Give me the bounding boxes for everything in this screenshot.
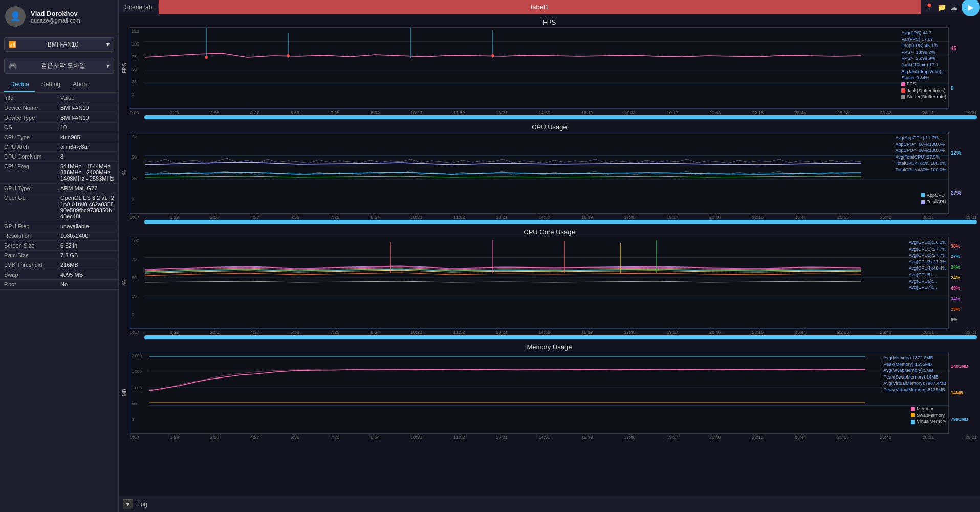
info-val: 7,3 GB [60,252,114,258]
x-tick-label: 17:48 [624,435,636,440]
info-val: 541MHz - 1844MHz816MHz - 2400MHz1498MHz … [60,163,114,182]
user-name: Vlad Dorokhov [31,10,80,17]
fps-chart-container: FPS 125 100 75 50 25 0 [122,27,977,109]
x-tick-label: 8:54 [371,330,380,335]
tabs-row: Device Setting About [0,78,118,93]
fps-ytick-25: 25 [132,79,144,84]
x-tick-label: 0:00 [130,330,139,335]
location-icon[interactable]: 📍 [925,3,933,11]
fps-legend-fps: FPS [907,81,916,87]
cpucore-val-27a: 27% [951,254,975,259]
memory-svg [149,352,948,423]
x-tick-label: 10:23 [411,215,423,220]
cpu-core-chart-container: % 100 75 50 25 0 [122,237,977,329]
mem-legend-swap: SwapMemory [917,412,945,419]
info-table-row: CPU Typekirin985 [0,132,118,142]
scene-tab-label: SceneTab [119,4,159,11]
svg-point-9 [287,54,290,57]
cpu-usage-chart-inner: 75 50 25 0 [130,132,949,214]
x-tick-label: 13:21 [496,435,508,440]
info-table-row: Device TypeBMH-AN10 [0,113,118,123]
x-tick-label: 13:21 [496,330,508,335]
play-button[interactable]: ▶ [962,0,980,16]
x-tick-label: 28:11 [923,435,934,440]
fps-legend-jank: Jank(Stutter times) [907,87,946,94]
cpu-scrollbar[interactable] [144,220,977,224]
cpu-ytick-75: 75 [132,133,144,139]
file-icon[interactable]: 📁 [938,3,946,11]
x-tick-label: 11:52 [453,215,465,220]
cpu-usage-legend: AppCPU TotalCPU [921,192,946,205]
info-table-row: CPU Freq541MHz - 1844MHz816MHz - 2400MHz… [0,162,118,184]
fps-ytick-125: 125 [132,29,144,34]
user-profile: 👤 Vlad Dorokhov qusaze@gmail.com [0,0,118,33]
info-table-row: GPU Frequnavailable [0,221,118,231]
x-tick-label: 25:13 [837,110,849,115]
info-val: kirin985 [60,134,114,140]
cpu-usage-svg [145,132,948,203]
x-tick-label: 11:52 [453,110,465,115]
x-tick-label: 7:25 [331,330,340,335]
info-table-row: LMK Threshold216MB [0,260,118,270]
cpu-legend-appcpu: AppCPU [927,192,945,199]
x-tick-label: 0:00 [130,110,139,115]
log-toggle-button[interactable]: ▼ [123,499,133,509]
mem-ytick-2000: 2 000 [132,353,148,358]
x-tick-label: 16:19 [581,215,593,220]
mem-legend-memory: Memory [917,406,933,412]
x-tick-label: 20:46 [709,110,721,115]
x-tick-label: 20:46 [709,435,721,440]
device-selector[interactable]: 📶 BMH-AN10 ▾ [4,37,114,52]
info-table-row: OpenGLOpenGL ES 3.2 v1.r21p0-01rel0.c62a… [0,193,118,221]
cpucore-scrollbar[interactable] [144,335,977,339]
fps-scrollbar[interactable] [144,115,977,119]
info-key: CPU Arch [4,144,60,150]
mem-val-14: 14MB [951,390,975,395]
wifi-icon: 📶 [9,41,16,48]
info-val: OpenGL ES 3.2 v1.r21p0-01rel0.c62a035890… [60,195,114,219]
cpucore-ytick-100: 100 [132,238,144,243]
x-tick-label: 1:29 [170,435,179,440]
info-val: unavailable [60,223,114,229]
cpu-core-y-label: % [122,237,130,329]
x-tick-label: 11:52 [453,435,465,440]
info-table-row: Screen Size6.52 in [0,241,118,251]
x-tick-label: 1:29 [170,110,179,115]
info-val: 8 [60,153,114,160]
info-table-row: Device NameBMH-AN10 [0,103,118,113]
x-tick-label: 28:11 [923,110,934,115]
cpu-ytick-50: 50 [132,154,144,160]
info-rows-container: Device NameBMH-AN10Device TypeBMH-AN10OS… [0,103,118,290]
x-tick-label: 14:50 [539,215,551,220]
info-table-row: GPU TypeARM Mali-G77 [0,184,118,193]
fps-chart-title: FPS [122,16,977,27]
cloud-icon[interactable]: ☁ [950,3,957,11]
cpu-core-right-vals: 36% 27% 24% 24% 40% 34% 23% 8% [949,237,977,329]
cpucore-ytick-0: 0 [132,312,144,317]
x-tick-label: 22:15 [752,330,764,335]
device-name-selector: BMH-AN10 [48,41,79,48]
app-selector[interactable]: 🎮 검은사막 모바일 ▾ [4,58,114,74]
tab-setting[interactable]: Setting [35,78,67,92]
cpu-core-chart-inner: 100 75 50 25 0 [130,237,949,329]
info-key: OpenGL [4,195,60,201]
top-bar-icons: 📍 📁 ☁ [921,3,962,11]
info-key: OS [4,124,60,130]
x-tick-label: 4:27 [250,330,259,335]
bottom-bar: ▼ Log [119,496,980,512]
mem-ytick-0: 0 [132,417,148,422]
x-tick-label: 25:13 [837,435,849,440]
x-tick-label: 26:42 [880,330,891,335]
mem-ytick-500: 500 [132,402,148,406]
cpu-val-12: 12% [951,150,975,156]
col-value: Value [60,95,74,101]
x-tick-label: 23:44 [795,110,807,115]
memory-legend: Memory SwapMemory VirtualMemory [911,406,946,425]
cpucore-val-40: 40% [951,285,975,291]
cpu-usage-chart-container: % 75 50 25 0 [122,132,977,214]
x-tick-label: 29:21 [965,435,977,440]
tab-device[interactable]: Device [4,78,35,92]
x-tick-label: 5:56 [290,330,299,335]
tab-about[interactable]: About [67,78,95,92]
x-tick-label: 8:54 [371,435,380,440]
